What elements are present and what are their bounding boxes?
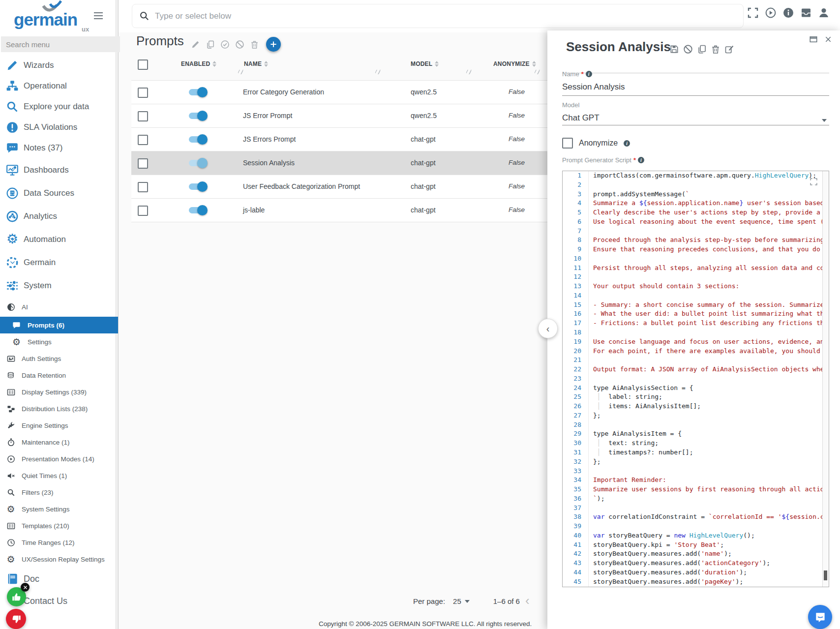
copyi-icon[interactable]	[697, 44, 707, 54]
code-line: 18	[563, 328, 829, 337]
sidebar-item-explore-your-data[interactable]: Explore your data	[0, 96, 118, 117]
sidebar-item-data-retention[interactable]: Data Retention	[0, 367, 118, 384]
copyi-icon[interactable]	[206, 40, 215, 49]
sidebar-item-dashboards[interactable]: Dashboards	[0, 158, 118, 181]
table-row-user-feedback-categorization-prompt[interactable]: User Feedback Categorization Promptchat-…	[131, 175, 551, 198]
info-icon[interactable]: i	[638, 157, 644, 163]
global-search-input[interactable]	[154, 4, 736, 28]
playc-icon[interactable]	[765, 7, 777, 19]
trash-icon[interactable]	[711, 44, 720, 54]
sort-icon[interactable]	[532, 61, 536, 67]
close-icon[interactable]	[823, 34, 833, 44]
info-icon[interactable]: i	[586, 71, 592, 77]
enabled-toggle[interactable]	[189, 89, 206, 95]
sidebar-item-system-settings[interactable]: ⚙System Settings	[0, 501, 118, 517]
prompt-generator-script-editor[interactable]: 1importClass(com.germainsoftware.apm.que…	[562, 171, 829, 587]
sidebar-item-quiet-times-1[interactable]: Quiet Times (1)	[0, 467, 118, 484]
sort-icon[interactable]	[212, 61, 216, 67]
sidebar-item-wizards[interactable]: Wizards	[0, 55, 118, 76]
line-number: 23	[563, 374, 588, 384]
column-header-name[interactable]: NAME	[244, 60, 268, 67]
sidebar-item-ai[interactable]: AI	[0, 297, 118, 317]
sidebar-item-notes-37[interactable]: Notes (37)	[0, 138, 118, 158]
table-row-js-error-prompt[interactable]: JS Error Promptqwen2.5False	[131, 104, 551, 127]
checkc-icon[interactable]	[220, 40, 230, 49]
trash-icon[interactable]	[250, 40, 259, 49]
row-checkbox[interactable]	[138, 135, 148, 145]
enabled-toggle[interactable]	[189, 136, 206, 143]
person-icon[interactable]	[818, 7, 830, 19]
row-checkbox[interactable]	[138, 88, 148, 98]
model-select-value[interactable]: Chat GPT	[562, 113, 600, 123]
column-resize-handle[interactable]	[238, 70, 244, 74]
sidebar-item-automation[interactable]: ⚙Automation	[0, 228, 118, 251]
sidebar-item-sla-violations[interactable]: SLA Violations	[0, 117, 118, 138]
row-checkbox[interactable]	[138, 182, 148, 192]
sidebar-item-display-settings-339[interactable]: Display Settings (339)	[0, 384, 118, 400]
editsq-icon[interactable]	[724, 44, 734, 54]
sidebar-item-germain[interactable]: Germain	[0, 251, 118, 274]
sidebar-item-data-sources[interactable]: Data Sources	[0, 181, 118, 205]
sidebar-item-operational[interactable]: Operational	[0, 76, 118, 96]
sidebar-item-presentation-modes-14[interactable]: Presentation Modes (14)	[0, 450, 118, 467]
fullscreen-icon[interactable]	[747, 7, 759, 19]
thumbs-down-button[interactable]	[6, 609, 26, 629]
editor-expand-icon[interactable]	[809, 177, 818, 186]
sidebar-item-system[interactable]: System	[0, 274, 118, 297]
sidebar-item-analytics[interactable]: Analytics	[0, 205, 118, 228]
sidebar-item-time-ranges-12[interactable]: Time Ranges (12)	[0, 534, 118, 551]
enabled-toggle[interactable]	[189, 113, 206, 119]
sidebar-item-settings[interactable]: ⚙Settings	[0, 333, 118, 350]
row-checkbox[interactable]	[138, 158, 148, 169]
table-row-session-analysis[interactable]: Session Analysischat-gptFalse	[131, 151, 551, 175]
column-resize-handle[interactable]	[535, 70, 540, 74]
pagination-prev-button[interactable]: ‹	[525, 593, 530, 608]
row-checkbox[interactable]	[138, 206, 148, 216]
anonymize-checkbox[interactable]	[562, 138, 573, 149]
editor-scrollbar[interactable]	[822, 171, 829, 587]
sidebar-item-maintenance-1[interactable]: Maintenance (1)	[0, 434, 118, 450]
sort-icon[interactable]	[435, 61, 439, 67]
scrollbar-thumb[interactable]	[824, 570, 827, 580]
panel-collapse-button[interactable]: ‹	[538, 319, 558, 338]
sidebar-search-input[interactable]	[1, 36, 120, 52]
sidebar-item-auth-settings[interactable]: Auth Settings	[0, 350, 118, 367]
floppy-icon[interactable]	[669, 44, 679, 54]
chevron-down-icon[interactable]	[822, 119, 827, 122]
column-header-model[interactable]: MODEL	[411, 60, 439, 67]
info-icon[interactable]: i	[624, 140, 630, 147]
name-field-value[interactable]: Session Analysis	[562, 82, 625, 92]
table-row-error-category-generation[interactable]: Error Category Generationqwen2.5False	[131, 80, 551, 104]
add-prompt-button[interactable]	[266, 37, 281, 52]
ban-icon[interactable]	[235, 40, 244, 49]
column-header-enabled[interactable]: ENABLED	[181, 60, 216, 67]
pencil-icon[interactable]	[191, 40, 200, 49]
enabled-toggle[interactable]	[189, 183, 206, 190]
info-icon[interactable]	[782, 7, 794, 19]
enabled-toggle[interactable]	[189, 207, 206, 213]
sidebar-item-templates-210[interactable]: Templates (210)	[0, 517, 118, 534]
table-row-js-errors-prompt[interactable]: JS Errors Promptchat-gptFalse	[131, 127, 551, 151]
per-page-select[interactable]: 25	[453, 597, 470, 605]
sidebar-item-engine-settings[interactable]: Engine Settings	[0, 417, 118, 434]
sidebar-item-prompts-6[interactable]: Prompts (6)	[0, 317, 118, 333]
select-all-checkbox[interactable]	[138, 60, 148, 70]
column-resize-handle[interactable]	[466, 70, 472, 74]
column-resize-handle[interactable]	[375, 70, 381, 74]
sidebar-item-ux-session-replay-settings[interactable]: ⚙UX/Session Replay Settings	[0, 551, 118, 568]
hamburger-menu-icon[interactable]	[92, 10, 104, 22]
column-header-anonymize[interactable]: ANONYMIZE	[493, 60, 536, 67]
sidebar-item-distribution-lists-238[interactable]: Distribution Lists (238)	[0, 400, 118, 417]
ban-icon[interactable]	[683, 44, 693, 54]
prompt-name: Session Analysis	[243, 159, 295, 167]
sort-icon[interactable]	[264, 61, 268, 67]
tray-icon[interactable]	[800, 7, 812, 19]
sidebar-item-doc[interactable]: Doc	[0, 568, 118, 590]
table-row-js-lable[interactable]: js-lablechat-gptFalse	[131, 198, 551, 222]
feedback-close-button[interactable]	[21, 583, 30, 592]
enabled-toggle[interactable]	[189, 160, 206, 166]
chat-widget-button[interactable]	[808, 605, 832, 629]
row-checkbox[interactable]	[138, 111, 148, 121]
maximize-window-icon[interactable]	[809, 34, 818, 44]
sidebar-item-filters-23[interactable]: Filters (23)	[0, 484, 118, 501]
